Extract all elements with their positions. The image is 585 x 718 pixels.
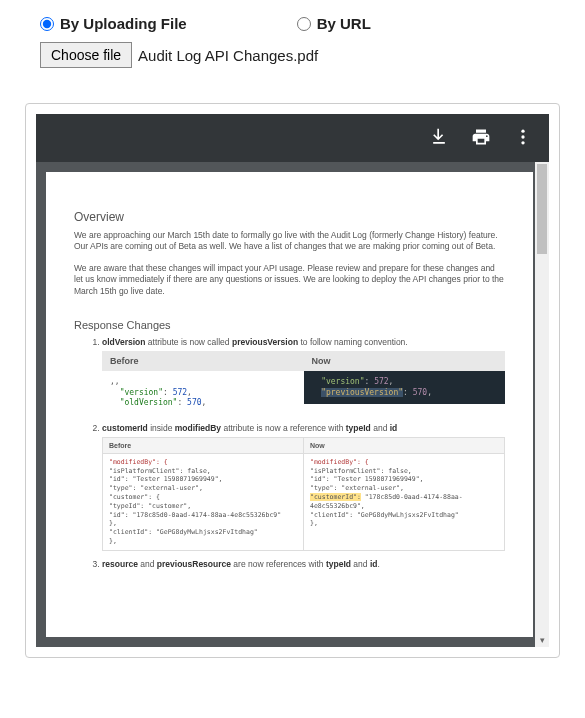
scroll-down-icon[interactable]: ▾	[535, 633, 549, 647]
before-code: ,, "version": 572, "oldVersion": 570,	[102, 371, 304, 414]
by-file-label: By Uploading File	[60, 15, 187, 32]
selected-file-name: Audit Log API Changes.pdf	[138, 47, 318, 64]
upload-controls: By Uploading File By URL Choose file Aud…	[0, 0, 585, 78]
list-item: customerId inside modifiedBy attribute i…	[102, 423, 505, 551]
changes-list: oldVersion attribute is now called previ…	[74, 337, 505, 568]
print-icon[interactable]	[471, 127, 491, 150]
now-col: Now "version": 572, "previousVersion": 5…	[304, 351, 506, 414]
now-code: "version": 572, "previousVersion": 570,	[304, 371, 506, 404]
now-header: Now	[304, 351, 506, 371]
before-code: "modifiedBy": { "isPlatformClient": fals…	[103, 454, 303, 550]
now-code: "modifiedBy": { "isPlatformClient": fals…	[304, 454, 504, 532]
by-url-option[interactable]: By URL	[297, 15, 371, 32]
before-col: Before "modifiedBy": { "isPlatformClient…	[103, 438, 303, 550]
before-header: Before	[103, 438, 303, 454]
now-header: Now	[304, 438, 504, 454]
overview-heading: Overview	[74, 210, 505, 224]
choose-file-button[interactable]: Choose file	[40, 42, 132, 68]
list-item: resource and previousResource are now re…	[102, 559, 505, 569]
by-url-label: By URL	[317, 15, 371, 32]
by-file-option[interactable]: By Uploading File	[40, 15, 187, 32]
overview-p2: We are aware that these changes will imp…	[74, 263, 505, 297]
more-icon[interactable]	[513, 127, 533, 150]
now-col: Now "modifiedBy": { "isPlatformClient": …	[303, 438, 504, 550]
overview-p1: We are approaching our March 15th date t…	[74, 230, 505, 253]
by-file-radio[interactable]	[40, 17, 54, 31]
pdf-viewer: Overview We are approaching our March 15…	[36, 114, 549, 647]
svg-point-0	[521, 129, 524, 132]
upload-mode-row: By Uploading File By URL	[40, 15, 545, 32]
compare-block-2: Before "modifiedBy": { "isPlatformClient…	[102, 437, 505, 551]
download-icon[interactable]	[429, 127, 449, 150]
scrollbar-thumb[interactable]	[537, 164, 547, 254]
list-item: oldVersion attribute is now called previ…	[102, 337, 505, 414]
before-col: Before ,, "version": 572, "oldVersion": …	[102, 351, 304, 414]
pdf-page: Overview We are approaching our March 15…	[46, 172, 533, 637]
compare-block-1: Before ,, "version": 572, "oldVersion": …	[102, 351, 505, 414]
response-changes-heading: Response Changes	[74, 319, 505, 331]
svg-point-2	[521, 141, 524, 144]
scrollbar[interactable]: ▴ ▾	[535, 162, 549, 647]
file-row: Choose file Audit Log API Changes.pdf	[40, 42, 545, 68]
pdf-body: Overview We are approaching our March 15…	[36, 162, 549, 647]
by-url-radio[interactable]	[297, 17, 311, 31]
before-header: Before	[102, 351, 304, 371]
pdf-toolbar	[36, 114, 549, 162]
svg-point-1	[521, 135, 524, 138]
preview-panel: Overview We are approaching our March 15…	[25, 103, 560, 658]
